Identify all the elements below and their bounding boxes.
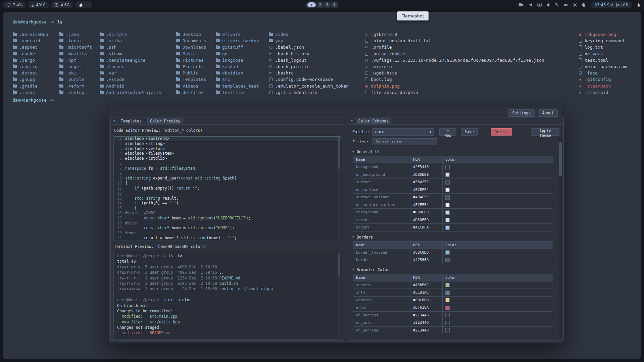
paper-plane-icon[interactable] (528, 3, 533, 7)
color-swatch[interactable] (445, 321, 450, 325)
color-swatch[interactable] (445, 195, 450, 200)
color-hex: #D8DEE9 (410, 216, 443, 224)
color-row[interactable]: info#5E81AC (353, 289, 553, 297)
volume-icon[interactable] (563, 3, 568, 7)
filter-input[interactable] (373, 138, 437, 145)
color-swatch[interactable] (445, 210, 450, 215)
color-row[interactable]: on_info#2E3440 (353, 319, 553, 327)
night-light-icon[interactable] (582, 3, 586, 7)
color-swatch[interactable] (445, 250, 450, 255)
color-row[interactable]: on_success#2E3440 (353, 311, 553, 319)
color-row[interactable]: cursor#D8DEE9 (353, 216, 553, 224)
color-swatch[interactable] (445, 225, 450, 230)
preview-pane: ▼ Templates Color Preview Code Editor Pr… (110, 117, 344, 341)
mic-off-icon[interactable] (555, 3, 559, 7)
section-header[interactable]: ▼General UI (348, 147, 563, 155)
color-row[interactable]: background#2E3440 (353, 163, 553, 171)
tab-color-preview[interactable]: Color Preview (147, 118, 183, 124)
color-swatch[interactable] (445, 218, 450, 222)
file-item: #!.bash_logout (268, 57, 349, 63)
color-name: on_info (353, 319, 410, 327)
color-hex: #A3BE8C (410, 281, 443, 289)
workspace-1[interactable]: 1 (307, 2, 316, 7)
workspace-4[interactable]: 4 (332, 2, 337, 7)
color-swatch[interactable] (445, 180, 450, 185)
color-cell (443, 194, 553, 201)
collapse-icon[interactable]: ▼ (351, 119, 353, 122)
cpu-icon (6, 3, 11, 7)
color-row[interactable]: success#A3BE8C (353, 281, 553, 289)
color-row[interactable]: on_background#D8DEE9 (353, 171, 553, 178)
color-swatch[interactable] (445, 328, 450, 332)
code-line: 2#include <string> (114, 141, 341, 146)
settings-button[interactable]: Settings (508, 109, 535, 117)
color-swatch[interactable] (445, 203, 450, 207)
color-row[interactable]: surface#3B4252 (353, 178, 553, 186)
color-row[interactable]: border_focused#88C0D0 (353, 249, 553, 256)
section-header[interactable]: ▼Borders (348, 232, 563, 241)
color-swatch[interactable] (445, 165, 450, 169)
new-button[interactable]: + New (439, 128, 456, 136)
color-row[interactable]: warning#EBCB8B (353, 296, 553, 304)
color-row[interactable]: foreground#D8DEE9 (353, 209, 553, 216)
folder-icon (59, 71, 64, 74)
color-swatch[interactable] (445, 258, 450, 262)
folder-icon (215, 46, 220, 49)
file-item: {}.babel.json (268, 44, 349, 50)
clock-widget[interactable]: 03:43 Sat, Jan 03 (591, 1, 632, 8)
terminal-preview: user@host:~/projects$ ls -latotal 48drwx… (113, 251, 341, 340)
table-header-row: NameHEXColor (353, 274, 553, 281)
color-row[interactable]: on_surface_variant#ECEFF4 (353, 201, 553, 209)
color-cell (443, 319, 553, 327)
apply-theme-button[interactable]: Apply Theme (531, 128, 559, 136)
goose-widget[interactable]: ~ (75, 1, 93, 8)
color-row[interactable]: error#BF616A (353, 304, 553, 312)
color-swatch[interactable] (445, 188, 450, 192)
dir-item: .java (59, 31, 92, 38)
file-item: keyring-command (578, 38, 627, 44)
color-swatch[interactable] (445, 291, 450, 295)
color-swatch[interactable] (445, 313, 450, 317)
color-row[interactable]: on_warning#2E3440 (353, 326, 553, 334)
tab-templates[interactable]: Templates (118, 118, 144, 124)
color-swatch[interactable] (445, 283, 450, 287)
dir-item: Music (176, 51, 206, 57)
scrollbar-thumb[interactable] (338, 253, 340, 276)
color-row[interactable]: accent#A1CDFA (353, 224, 553, 231)
theme-editor-window: Settings About ▼ Templates Color Preview… (108, 107, 563, 343)
tray-icon[interactable] (637, 3, 641, 7)
column-header: HEX (410, 156, 443, 163)
section-header[interactable]: ▼Semantic Colors (348, 265, 563, 273)
color-swatch[interactable] (445, 172, 450, 177)
about-button[interactable]: About (538, 109, 558, 117)
collapse-icon[interactable]: ▼ (113, 119, 115, 122)
workspace-2[interactable]: 2 (318, 2, 323, 7)
color-name: error (353, 304, 410, 312)
screenshare-icon[interactable] (537, 3, 542, 7)
workspace-3[interactable]: 3 (325, 2, 330, 7)
color-swatch[interactable] (445, 306, 450, 310)
json-icon: {} (268, 45, 273, 49)
camera-icon[interactable] (518, 3, 524, 7)
scrollbar-thumb[interactable] (338, 137, 340, 169)
scrollbar-thumb[interactable] (559, 142, 562, 176)
delete-button[interactable]: Delete (491, 128, 512, 136)
file-item: #!.bash_history (268, 51, 349, 57)
color-row[interactable]: surface_variant#434C5E (353, 194, 553, 201)
dir-item: .cargo (12, 57, 48, 63)
tab-color-schemes[interactable]: Color Schemes (356, 118, 391, 124)
color-row[interactable]: border#4C566A (353, 256, 553, 264)
dir-item: .gnupg (12, 76, 48, 83)
save-button[interactable]: Save (461, 128, 478, 136)
palette-select[interactable]: nord ▼ (373, 128, 434, 136)
bell-icon[interactable] (546, 3, 550, 7)
file-item: ▦inkgoose.png (578, 31, 627, 38)
file-icon (364, 39, 369, 43)
brightness-icon[interactable] (573, 3, 577, 7)
color-hex: #2E3440 (410, 163, 443, 171)
color-row[interactable]: on_surface#ECEFF4 (353, 186, 553, 194)
dir-item: .ServiceHub (12, 31, 48, 38)
code-line: 14 if (path[0] == '~') (114, 201, 341, 206)
color-swatch[interactable] (445, 298, 450, 302)
code-line: 8 (114, 171, 341, 176)
